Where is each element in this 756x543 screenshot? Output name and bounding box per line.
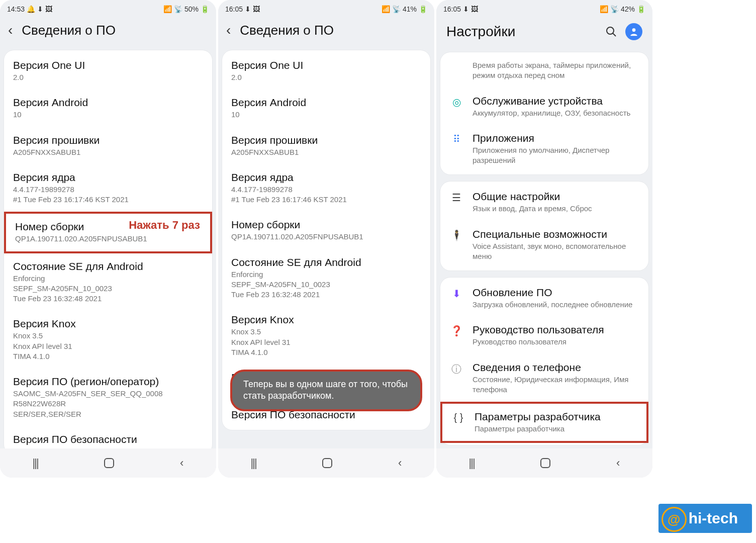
navigation-bar: ||| ‹ <box>436 448 652 478</box>
row-value: A205FNXXSABUB1 <box>231 147 421 157</box>
row-value: QP1A.190711.020.A205FNPUSABUB1 <box>231 232 421 242</box>
row-digital-wellbeing[interactable]: Время работы экрана, таймеры приложений,… <box>440 52 648 88</box>
signal-icon: 📡 <box>174 5 182 13</box>
row-firmware[interactable]: Версия прошивки A205FNXXSABUB1 <box>4 127 212 164</box>
download-icon: ⬇ <box>37 5 43 13</box>
row-sub: Состояние, Юридическая информация, Имя т… <box>472 375 639 395</box>
row-title: Обновление ПО <box>472 287 639 299</box>
row-developer-options[interactable]: { } Параметры разработчика Параметры раз… <box>440 402 648 443</box>
battery-icon: 🔋 <box>201 5 209 13</box>
settings-group-2: ☰ Общие настройки Язык и ввод, Дата и вр… <box>440 182 648 270</box>
row-se-android[interactable]: Состояние SE для Android Enforcing SEPF_… <box>222 249 430 307</box>
row-value: 10 <box>13 110 203 120</box>
svg-line-3 <box>613 33 616 36</box>
row-user-manual[interactable]: ❓ Руководство пользователя Руководство п… <box>440 317 648 354</box>
signal-icon: 📡 <box>392 5 401 13</box>
status-time: 14:53 <box>7 5 25 13</box>
row-sub: Время работы экрана, таймеры приложений,… <box>472 60 639 81</box>
recents-button[interactable]: ||| <box>251 457 256 470</box>
row-device-care[interactable]: ◎ Обслуживание устройства Аккумулятор, х… <box>440 88 648 125</box>
manual-icon: ❓ <box>449 324 463 337</box>
row-value: Enforcing SEPF_SM-A205FN_10_0023 Tue Feb… <box>13 274 203 304</box>
row-kernel[interactable]: Версия ядра 4.4.177-19899278 #1 Tue Feb … <box>4 164 212 212</box>
row-knox[interactable]: Версия Knox Knox 3.5 Knox API level 31 T… <box>4 311 212 369</box>
row-se-android[interactable]: Состояние SE для Android Enforcing SEPF_… <box>4 253 212 311</box>
row-title: Приложения <box>472 132 639 144</box>
status-bar: 16:05 ⬇ 🖼 📶 📡 42% 🔋 <box>436 0 652 18</box>
page-header: ‹ Сведения о ПО <box>0 18 216 50</box>
row-title: Версия Android <box>231 97 421 109</box>
row-one-ui[interactable]: Версия One UI 2.0 <box>4 52 212 89</box>
home-button[interactable] <box>103 457 115 469</box>
page-title: Настройки <box>446 24 515 40</box>
settings-group-3: ⬇ Обновление ПО Загрузка обновлений, пос… <box>440 278 648 445</box>
wifi-icon: 📶 <box>600 5 608 13</box>
row-one-ui[interactable]: Версия One UI 2.0 <box>222 52 430 89</box>
back-button[interactable]: ‹ <box>226 22 231 38</box>
navigation-bar: ||| ‹ <box>0 448 216 478</box>
row-sub: Voice Assistant, звук моно, вспомогатель… <box>472 241 639 262</box>
status-time: 16:05 <box>443 5 461 13</box>
battery-icon: 🔋 <box>637 5 645 13</box>
wifi-icon: 📶 <box>382 5 390 13</box>
row-value: QP1A.190711.020.A205FNPUSABUB1 <box>15 234 201 244</box>
apps-icon: ⠿ <box>449 132 463 145</box>
info-icon: ⓘ <box>449 361 463 376</box>
annotation-text: Нажать 7 раз <box>129 219 200 232</box>
row-firmware[interactable]: Версия прошивки A205FNXXSABUB1 <box>222 127 430 164</box>
watermark-text: hi-tech <box>689 510 738 526</box>
row-value: Knox 3.5 Knox API level 31 TIMA 4.1.0 <box>13 331 203 361</box>
image-icon: 🖼 <box>45 5 52 13</box>
row-title: Версия ядра <box>13 171 203 184</box>
row-build-number[interactable]: Номер сборки QP1A.190711.020.A205FNPUSAB… <box>222 212 430 249</box>
row-about-phone[interactable]: ⓘ Сведения о телефоне Состояние, Юридиче… <box>440 354 648 402</box>
back-nav-button[interactable]: ‹ <box>616 457 620 470</box>
row-android-version[interactable]: Версия Android 10 <box>222 89 430 127</box>
accessibility-icon: 🕴 <box>449 228 463 241</box>
row-value: 2.0 <box>13 72 203 82</box>
home-button[interactable] <box>321 457 333 469</box>
row-title: Версия One UI <box>13 59 203 71</box>
status-time: 16:05 <box>225 5 243 13</box>
row-title: Версия прошивки <box>231 134 421 146</box>
svg-point-4 <box>632 28 636 32</box>
row-title: Версия ядра <box>231 171 421 184</box>
status-battery: 42% <box>621 5 635 13</box>
search-button[interactable] <box>605 26 617 38</box>
row-kernel[interactable]: Версия ядра 4.4.177-19899278 #1 Tue Feb … <box>222 164 430 212</box>
back-button[interactable]: ‹ <box>8 22 13 38</box>
row-title: Версия Knox <box>13 318 203 330</box>
row-general[interactable]: ☰ Общие настройки Язык и ввод, Дата и вр… <box>440 184 648 221</box>
recents-button[interactable]: ||| <box>469 457 475 470</box>
status-battery: 50% <box>184 5 199 13</box>
developer-toast: Теперь вы в одном шаге от того, чтобы ст… <box>230 370 422 411</box>
row-software-region[interactable]: Версия ПО (регион/оператор) SAOMC_SM-A20… <box>4 369 212 426</box>
row-title: Состояние SE для Android <box>231 256 421 268</box>
account-button[interactable] <box>625 23 642 40</box>
status-bar: 14:53 🔔 ⬇ 🖼 📶 📡 50% 🔋 <box>0 0 216 18</box>
screenshot-2-software-info-toast: 16:05 ⬇ 🖼 📶 📡 41% 🔋 ‹ Сведения о ПО Верс… <box>218 0 434 478</box>
row-value: 4.4.177-19899278 #1 Tue Feb 23 16:17:46 … <box>13 185 203 205</box>
screenshot-3-settings: 16:05 ⬇ 🖼 📶 📡 42% 🔋 Настройки Время рабо… <box>436 0 652 478</box>
row-android-version[interactable]: Версия Android 10 <box>4 89 212 127</box>
signal-icon: 📡 <box>610 5 619 13</box>
row-build-number[interactable]: Номер сборки QP1A.190711.020.A205FNPUSAB… <box>4 212 212 253</box>
row-title: Специальные возможности <box>472 228 639 240</box>
row-accessibility[interactable]: 🕴 Специальные возможности Voice Assistan… <box>440 221 648 269</box>
row-title: Обслуживание устройства <box>472 95 639 107</box>
svg-rect-1 <box>323 459 332 468</box>
row-title: Сведения о телефоне <box>472 361 639 374</box>
recents-button[interactable]: ||| <box>33 457 38 470</box>
back-nav-button[interactable]: ‹ <box>398 457 402 470</box>
watermark: @ hi-tech <box>658 504 752 533</box>
status-bar: 16:05 ⬇ 🖼 📶 📡 41% 🔋 <box>218 0 434 18</box>
home-button[interactable] <box>539 457 551 469</box>
row-value: 10 <box>231 110 421 120</box>
row-sub: Приложения по умолчанию, Диспетчер разре… <box>472 145 639 166</box>
row-value: 2.0 <box>231 72 421 82</box>
row-knox[interactable]: Версия Knox Knox 3.5 Knox API level 31 T… <box>222 307 430 365</box>
row-software-update[interactable]: ⬇ Обновление ПО Загрузка обновлений, пос… <box>440 280 648 317</box>
back-nav-button[interactable]: ‹ <box>180 457 183 470</box>
row-apps[interactable]: ⠿ Приложения Приложения по умолчанию, Ди… <box>440 125 648 173</box>
row-title: Версия ПО безопасности <box>13 433 203 445</box>
